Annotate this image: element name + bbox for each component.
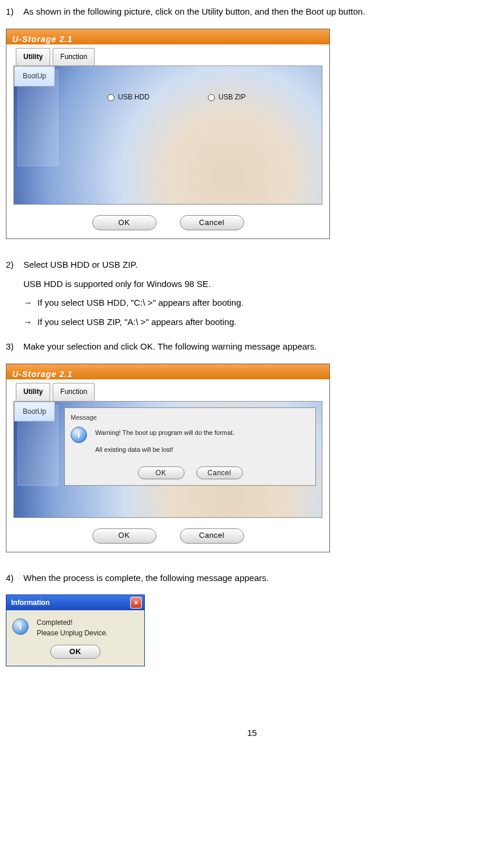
- step-1-text: As shown in the following picture, click…: [23, 4, 498, 20]
- app-window-2: U-Storage 2.1 Utility Function BootUp Me…: [6, 364, 330, 552]
- step-1-number: 1): [6, 4, 23, 23]
- arrow-icon: →: [23, 295, 37, 312]
- message-body: i Warning! The boot up program will do t…: [71, 427, 310, 461]
- close-icon[interactable]: ×: [130, 597, 142, 608]
- information-lines: Completed! Please Unplug Device.: [37, 618, 107, 639]
- app-window-1: U-Storage 2.1 Utility Function BootUp US…: [6, 29, 330, 240]
- radio-usb-zip-label: USB ZIP: [218, 91, 246, 104]
- sidebar-item-bootup[interactable]: BootUp: [14, 66, 55, 87]
- ok-button[interactable]: OK: [92, 528, 157, 544]
- ok-button[interactable]: OK: [92, 215, 157, 230]
- radio-usb-zip[interactable]: USB ZIP: [208, 91, 246, 104]
- cancel-button[interactable]: Cancel: [180, 215, 244, 230]
- radio-row: USB HDD USB ZIP: [107, 91, 246, 104]
- step-2-line2: USB HDD is supported only for Windows 98…: [23, 276, 498, 293]
- app-tabbar: Utility Function: [6, 44, 329, 66]
- step-3-text: Make your selection and click OK. The fo…: [23, 338, 498, 355]
- step-2-sub1: → If you select USB HDD, "C:\ >" appears…: [23, 295, 498, 312]
- tab-utility[interactable]: Utility: [16, 383, 50, 401]
- page-number: 15: [6, 725, 498, 742]
- message-line-2: All existing data will be lost!: [95, 444, 234, 456]
- step-1: 1) As shown in the following picture, cl…: [6, 4, 498, 23]
- step-3-number: 3): [6, 338, 23, 358]
- sidebar-item-bootup[interactable]: BootUp: [14, 402, 55, 422]
- button-bar: OK Cancel: [6, 209, 329, 238]
- step-4-text: When the process is complete, the follow…: [23, 570, 498, 587]
- info-ok-button[interactable]: OK: [50, 645, 100, 659]
- message-lines: Warning! The boot up program will do the…: [95, 427, 234, 461]
- information-body: i Completed! Please Unplug Device.: [6, 610, 144, 645]
- step-2-line1: Select USB HDD or USB ZIP.: [23, 257, 498, 274]
- radio-icon: [107, 94, 114, 101]
- app-titlebar: U-Storage 2.1: [6, 29, 329, 44]
- step-3-body: Make your selection and click OK. The fo…: [23, 338, 498, 358]
- information-titlebar: Information ×: [6, 595, 144, 610]
- msg-ok-button[interactable]: OK: [138, 466, 185, 479]
- information-line-1: Completed!: [37, 618, 107, 628]
- info-icon: i: [12, 618, 29, 635]
- step-4: 4) When the process is complete, the fol…: [6, 570, 498, 589]
- radio-usb-hdd[interactable]: USB HDD: [107, 91, 150, 104]
- step-4-body: When the process is complete, the follow…: [23, 570, 498, 589]
- step-2-sub2: → If you select USB ZIP, "A:\ >" appears…: [23, 314, 498, 331]
- app-canvas: BootUp Message i Warning! The boot up pr…: [13, 401, 322, 518]
- step-2: 2) Select USB HDD or USB ZIP. USB HDD is…: [6, 257, 498, 333]
- message-line-1: Warning! The boot up program will do the…: [95, 427, 234, 439]
- information-title: Information: [11, 596, 50, 610]
- step-1-body: As shown in the following picture, click…: [23, 4, 498, 23]
- information-button-row: OK: [6, 645, 144, 666]
- radio-icon: [208, 94, 215, 101]
- info-icon: i: [71, 427, 87, 443]
- information-dialog: Information × i Completed! Please Unplug…: [6, 594, 145, 666]
- information-line-2: Please Unplug Device.: [37, 629, 107, 638]
- app-titlebar: U-Storage 2.1: [6, 364, 329, 379]
- tab-utility[interactable]: Utility: [16, 48, 50, 66]
- tab-function[interactable]: Function: [53, 383, 95, 401]
- app-canvas: BootUp USB HDD USB ZIP: [13, 65, 322, 205]
- message-title: Message: [71, 412, 310, 424]
- step-4-number: 4): [6, 570, 23, 589]
- msg-cancel-button[interactable]: Cancel: [196, 466, 243, 479]
- tab-function[interactable]: Function: [53, 48, 95, 66]
- cancel-button[interactable]: Cancel: [180, 528, 244, 544]
- step-2-sub2-text: If you select USB ZIP, "A:\ >" appears a…: [37, 314, 237, 331]
- app-tabbar: Utility Function: [6, 379, 329, 401]
- step-2-sub1-text: If you select USB HDD, "C:\ >" appears a…: [37, 295, 244, 312]
- step-2-body: Select USB HDD or USB ZIP. USB HDD is su…: [23, 257, 498, 333]
- radio-usb-hdd-label: USB HDD: [118, 91, 150, 104]
- button-bar: OK Cancel: [6, 523, 329, 552]
- message-button-row: OK Cancel: [71, 466, 310, 479]
- arrow-icon: →: [23, 314, 37, 331]
- step-2-number: 2): [6, 257, 23, 333]
- message-dialog: Message i Warning! The boot up program w…: [64, 407, 316, 486]
- step-3: 3) Make your selection and click OK. The…: [6, 338, 498, 358]
